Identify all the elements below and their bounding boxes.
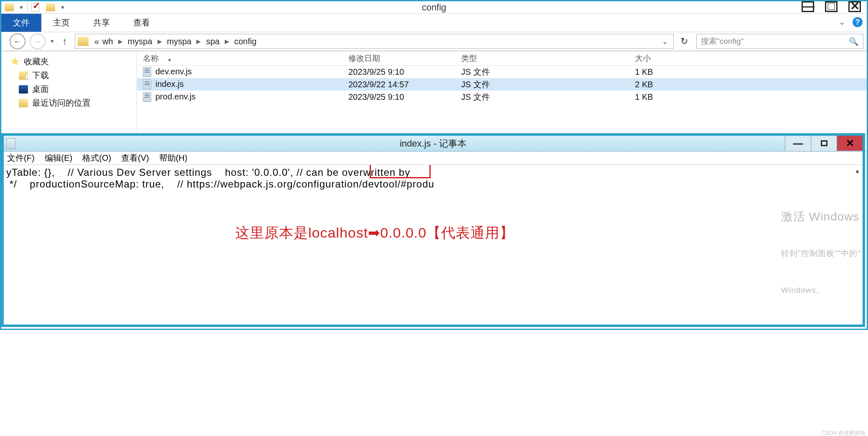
history-dropdown-icon[interactable]: ▼ [50,38,55,44]
file-date: 2023/9/22 14:57 [343,80,455,89]
file-name: dev.env.js [155,67,192,76]
file-size: 1 KB [629,67,688,77]
window-controls: — □ ✕ [802,1,867,12]
breadcrumb-prefix: « [93,37,101,46]
search-input[interactable]: 搜索"config" 🔍 [696,34,863,49]
qat-dropdown-icon[interactable]: ▼ [60,5,65,10]
close-button[interactable]: ✕ [848,1,861,12]
back-button[interactable]: ← [10,33,25,49]
folder-icon [78,37,89,46]
sidebar: 收藏夹 下载 桌面 最近访问的位置 [1,51,137,134]
breadcrumb-dropdown-icon[interactable]: ⌄ [662,38,667,46]
chevron-right-icon: ▶ [115,38,126,45]
tab-file[interactable]: 文件 [1,14,41,32]
new-folder-icon[interactable] [46,4,55,11]
menu-format[interactable]: 格式(O) [82,152,111,164]
breadcrumb-seg[interactable]: config [233,37,258,46]
properties-icon[interactable] [31,3,39,12]
notepad-title: index.js - 记事本 [400,137,467,150]
code-line: */ productionSourceMap: true, // https:/… [6,178,434,190]
notepad-content[interactable]: yTable: {}, // Various Dev Server settin… [4,165,863,324]
window-controls: — ✕ [785,136,863,151]
tab-share[interactable]: 共享 [81,14,122,32]
close-button[interactable]: ✕ [837,136,863,151]
breadcrumb-seg[interactable]: spa [204,37,221,46]
col-name[interactable]: 名称▲ [137,53,343,64]
notepad-menu: 文件(F) 编辑(E) 格式(O) 查看(V) 帮助(H) [4,152,863,165]
file-type: JS 文件 [455,91,629,103]
sidebar-item-recent[interactable]: 最近访问的位置 [1,96,137,110]
tab-home[interactable]: 主页 [41,14,81,32]
file-list: 名称▲ 修改日期 类型 大小 dev.env.js 2023/9/25 9:10… [137,51,867,134]
breadcrumb-seg[interactable]: myspa [165,37,193,46]
highlight-box [370,165,431,178]
folder-icon[interactable] [5,4,14,11]
navigation-bar: ← → ▼ ↑ « wh▶ myspa▶ myspa▶ spa▶ config … [1,32,867,51]
sidebar-item-favorites[interactable]: 收藏夹 [1,55,137,68]
search-placeholder: 搜索"config" [701,36,744,47]
sidebar-item-desktop[interactable]: 桌面 [1,82,137,96]
file-type: JS 文件 [455,66,629,78]
file-row[interactable]: prod.env.js 2023/9/25 9:10 JS 文件 1 KB [137,91,867,103]
minimize-button[interactable]: — [785,136,811,151]
star-icon [10,58,20,66]
annotation-text: 这里原本是localhost➡0.0.0.0【代表通用】 [235,227,514,238]
minimize-button[interactable]: — [802,1,814,12]
chevron-right-icon: ▶ [221,38,233,45]
col-type[interactable]: 类型 [455,53,629,64]
sidebar-label: 下载 [32,70,49,81]
search-icon[interactable]: 🔍 [849,37,859,46]
file-size: 1 KB [629,92,688,102]
scroll-up-icon[interactable]: ▲ [853,165,863,177]
file-date: 2023/9/25 9:10 [343,67,455,77]
sort-asc-icon: ▲ [167,56,172,62]
column-headers: 名称▲ 修改日期 类型 大小 [137,51,867,66]
file-date: 2023/9/25 9:10 [343,92,455,102]
file-row[interactable]: dev.env.js 2023/9/25 9:10 JS 文件 1 KB [137,66,867,78]
sidebar-label: 桌面 [32,84,49,95]
ribbon-tabs: 文件 主页 共享 查看 ⌄ ? [1,14,867,32]
menu-help[interactable]: 帮助(H) [159,152,188,164]
col-date[interactable]: 修改日期 [343,53,455,64]
file-name: index.js [155,79,184,89]
jsfile-icon [143,67,151,77]
quick-access-toolbar: ▼ ▼ config — □ ✕ [1,1,867,14]
forward-button[interactable]: → [30,33,46,49]
breadcrumb-seg[interactable]: myspa [126,37,154,46]
chevron-right-icon: ▶ [154,38,165,45]
windows-watermark: 激活 Windows 转到"控制面板""中的" Windows。 [781,188,863,319]
recent-icon [19,99,28,107]
window-title: config [422,2,447,13]
help-icon[interactable]: ? [853,17,863,27]
refresh-button[interactable]: ↻ [680,36,688,47]
file-name: prod.env.js [155,92,195,101]
notepad-icon [6,138,15,149]
breadcrumb[interactable]: « wh▶ myspa▶ myspa▶ spa▶ config ⌄ [75,34,674,49]
file-row[interactable]: index.js 2023/9/22 14:57 JS 文件 2 KB [137,78,867,91]
jsfile-icon [143,79,151,89]
desktop-icon [19,85,28,94]
menu-view[interactable]: 查看(V) [121,152,149,164]
code-line: yTable: {}, // Various Dev Server settin… [6,167,414,178]
maximize-button[interactable]: □ [825,1,838,12]
file-type: JS 文件 [455,79,629,90]
file-size: 2 KB [629,80,688,89]
chevron-right-icon: ▶ [193,38,204,45]
up-button[interactable]: ↑ [62,35,67,47]
separator [27,3,28,12]
col-size[interactable]: 大小 [629,53,688,64]
menu-edit[interactable]: 编辑(E) [45,152,73,164]
breadcrumb-seg[interactable]: wh [101,37,115,46]
menu-file[interactable]: 文件(F) [7,152,35,164]
qat-dropdown-icon[interactable]: ▼ [19,5,24,10]
jsfile-icon [143,92,151,102]
sidebar-label: 最近访问的位置 [32,97,91,109]
notepad-window: index.js - 记事本 — ✕ 文件(F) 编辑(E) 格式(O) 查看(… [1,133,865,327]
maximize-button[interactable] [811,136,837,151]
downloads-icon [19,71,28,80]
tab-view[interactable]: 查看 [122,14,162,32]
notepad-titlebar[interactable]: index.js - 记事本 — ✕ [4,136,863,152]
sidebar-label: 收藏夹 [24,56,49,67]
sidebar-item-downloads[interactable]: 下载 [1,68,137,82]
ribbon-expand-icon[interactable]: ⌄ [839,18,845,27]
